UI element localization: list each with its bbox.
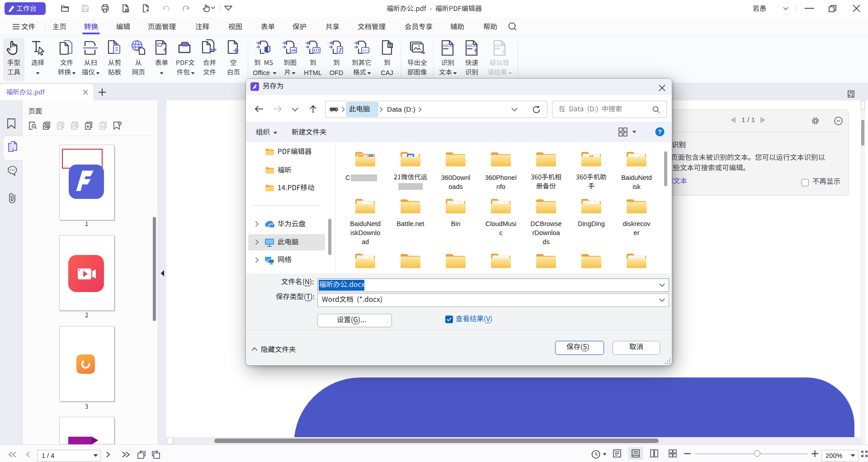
svg-text:OCR: OCR [495,43,505,48]
svg-text:OCR: OCR [467,43,476,48]
svg-text:?: ? [658,128,662,136]
svg-text:OCR: OCR [443,43,453,48]
